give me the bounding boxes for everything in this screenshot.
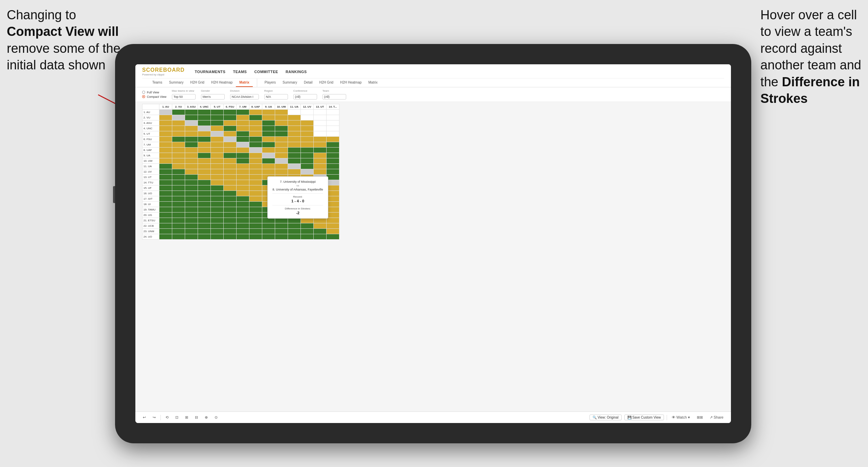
matrix-cell[interactable]	[249, 110, 262, 115]
matrix-cell[interactable]	[159, 196, 172, 202]
matrix-cell[interactable]	[237, 110, 249, 115]
matrix-cell[interactable]	[288, 158, 301, 164]
matrix-cell[interactable]	[327, 218, 339, 223]
matrix-cell[interactable]	[249, 164, 262, 169]
matrix-cell[interactable]	[198, 164, 211, 169]
matrix-cell[interactable]	[172, 148, 185, 153]
redo-button[interactable]: ↪	[151, 415, 158, 420]
matrix-cell[interactable]	[224, 153, 237, 158]
matrix-cell[interactable]	[172, 202, 185, 207]
matrix-cell[interactable]	[262, 223, 275, 229]
matrix-cell[interactable]	[288, 120, 301, 126]
matrix-cell[interactable]	[159, 110, 172, 115]
matrix-cell[interactable]	[172, 175, 185, 180]
matrix-cell[interactable]	[224, 202, 237, 207]
matrix-cell[interactable]	[237, 148, 249, 153]
matrix-cell[interactable]	[327, 175, 339, 180]
matrix-cell[interactable]	[224, 175, 237, 180]
matrix-cell[interactable]	[301, 137, 314, 142]
matrix-cell[interactable]	[185, 229, 198, 234]
matrix-cell[interactable]	[314, 169, 327, 175]
matrix-cell[interactable]	[211, 169, 224, 175]
matrix-cell[interactable]	[301, 120, 314, 126]
matrix-cell[interactable]	[159, 120, 172, 126]
matrix-cell[interactable]	[198, 148, 211, 153]
matrix-cell[interactable]	[327, 180, 339, 185]
matrix-cell[interactable]	[172, 110, 185, 115]
matrix-cell[interactable]	[262, 158, 275, 164]
toolbar-icon6[interactable]: ⊙	[213, 415, 220, 420]
matrix-cell[interactable]	[224, 185, 237, 191]
matrix-cell[interactable]	[262, 126, 275, 131]
matrix-cell[interactable]	[327, 196, 339, 202]
matrix-cell[interactable]	[224, 213, 237, 218]
matrix-cell[interactable]	[249, 158, 262, 164]
region-select[interactable]: N/A	[264, 94, 288, 99]
matrix-cell[interactable]	[172, 142, 185, 148]
matrix-cell[interactable]	[211, 202, 224, 207]
matrix-cell[interactable]	[288, 148, 301, 153]
matrix-cell[interactable]	[275, 158, 288, 164]
matrix-cell[interactable]	[327, 126, 339, 131]
matrix-cell[interactable]	[288, 142, 301, 148]
matrix-cell[interactable]	[198, 110, 211, 115]
matrix-cell[interactable]	[301, 223, 314, 229]
matrix-cell[interactable]	[159, 185, 172, 191]
matrix-cell[interactable]	[159, 142, 172, 148]
matrix-cell[interactable]	[211, 120, 224, 126]
matrix-cell[interactable]	[237, 180, 249, 185]
matrix-cell[interactable]	[198, 169, 211, 175]
matrix-cell[interactable]	[288, 110, 301, 115]
matrix-cell[interactable]	[185, 218, 198, 223]
matrix-cell[interactable]	[301, 158, 314, 164]
matrix-cell[interactable]	[327, 148, 339, 153]
matrix-cell[interactable]	[327, 164, 339, 169]
matrix-cell[interactable]	[249, 234, 262, 240]
conference-select[interactable]: (All)	[293, 94, 317, 99]
matrix-cell[interactable]	[237, 126, 249, 131]
compact-view-radio[interactable]: Compact View	[142, 95, 166, 98]
matrix-cell[interactable]	[288, 115, 301, 120]
matrix-cell[interactable]	[211, 196, 224, 202]
matrix-cell[interactable]	[314, 137, 327, 142]
matrix-cell[interactable]	[301, 148, 314, 153]
matrix-cell[interactable]	[262, 234, 275, 240]
matrix-cell[interactable]	[198, 223, 211, 229]
matrix-cell[interactable]	[224, 218, 237, 223]
matrix-cell[interactable]	[327, 131, 339, 137]
toolbar-icon5[interactable]: ⊕	[203, 415, 210, 420]
matrix-cell[interactable]	[211, 191, 224, 196]
matrix-cell[interactable]	[172, 158, 185, 164]
matrix-cell[interactable]	[198, 218, 211, 223]
matrix-cell[interactable]	[327, 153, 339, 158]
matrix-cell[interactable]	[211, 207, 224, 213]
matrix-cell[interactable]	[224, 223, 237, 229]
matrix-cell[interactable]	[198, 158, 211, 164]
matrix-cell[interactable]	[314, 131, 327, 137]
matrix-cell[interactable]	[275, 110, 288, 115]
matrix-cell[interactable]	[327, 202, 339, 207]
matrix-cell[interactable]	[327, 115, 339, 120]
matrix-cell[interactable]	[198, 153, 211, 158]
matrix-cell[interactable]	[185, 213, 198, 218]
matrix-cell[interactable]	[159, 115, 172, 120]
matrix-cell[interactable]	[249, 142, 262, 148]
matrix-cell[interactable]	[249, 207, 262, 213]
matrix-cell[interactable]	[224, 169, 237, 175]
matrix-cell[interactable]	[224, 164, 237, 169]
matrix-cell[interactable]	[159, 126, 172, 131]
matrix-cell[interactable]	[327, 142, 339, 148]
matrix-cell[interactable]	[327, 137, 339, 142]
matrix-cell[interactable]	[249, 131, 262, 137]
matrix-cell[interactable]	[275, 131, 288, 137]
matrix-cell[interactable]	[172, 213, 185, 218]
matrix-cell[interactable]	[224, 126, 237, 131]
matrix-cell[interactable]	[198, 115, 211, 120]
matrix-cell[interactable]	[185, 126, 198, 131]
matrix-cell[interactable]	[211, 153, 224, 158]
matrix-cell[interactable]	[275, 234, 288, 240]
matrix-cell[interactable]	[198, 120, 211, 126]
matrix-cell[interactable]	[237, 213, 249, 218]
matrix-cell[interactable]	[314, 234, 327, 240]
matrix-cell[interactable]	[314, 223, 327, 229]
